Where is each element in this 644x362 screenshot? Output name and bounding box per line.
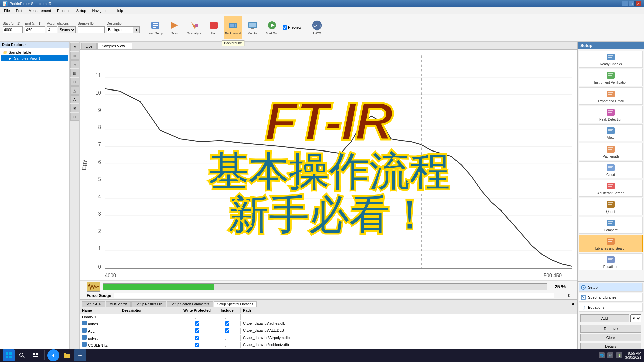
setup-item-equations[interactable]: Equations bbox=[579, 253, 643, 270]
menu-item-process[interactable]: Process bbox=[54, 8, 73, 13]
setup-item-quant[interactable]: Quant bbox=[579, 198, 643, 215]
center-area: Live Samples View 1 11 10 9 8 7 6 bbox=[80, 42, 577, 353]
tab-live[interactable]: Live bbox=[81, 43, 97, 49]
uatr-button[interactable]: UATR UATR bbox=[308, 16, 326, 39]
close-button[interactable]: ✕ bbox=[635, 1, 641, 6]
start-button[interactable] bbox=[3, 349, 15, 361]
lib-inc-2[interactable] bbox=[214, 328, 241, 334]
setup-item-view[interactable]: View bbox=[579, 124, 643, 141]
left-icon-5[interactable]: ⊟ bbox=[70, 78, 79, 86]
setup-bottom-setup[interactable]: Setup bbox=[579, 283, 643, 292]
setup-bottom-equations[interactable]: =∫ Equations bbox=[579, 303, 643, 312]
menu-item-edit[interactable]: Edit bbox=[13, 8, 25, 13]
lib-wp-cb-2[interactable] bbox=[195, 328, 199, 333]
left-icon-6[interactable]: △ bbox=[70, 86, 79, 95]
setup-item-adulterant-screen[interactable]: Adulterant Screen bbox=[579, 180, 643, 197]
lib-inc-cb-4[interactable] bbox=[225, 343, 229, 347]
menu-item-help[interactable]: Help bbox=[113, 8, 126, 13]
library-row-0[interactable]: Library 1 bbox=[80, 314, 577, 320]
setup-item-libraries-and-search[interactable]: Libraries and Search bbox=[579, 235, 643, 252]
de-sample-table[interactable]: 📁 Sample Table bbox=[1, 49, 68, 55]
end-input[interactable] bbox=[25, 26, 45, 33]
add-button[interactable]: Add bbox=[580, 314, 629, 322]
clear-button[interactable]: Clear bbox=[580, 334, 641, 341]
lib-inc-3[interactable] bbox=[214, 335, 241, 341]
lib-wp-cb-0[interactable] bbox=[195, 315, 199, 319]
left-icon-4[interactable]: ▦ bbox=[70, 69, 79, 77]
tab-setup-atr[interactable]: Setup ATR bbox=[82, 301, 105, 307]
tab-setup-search-parameters[interactable]: Setup Search Parameters bbox=[167, 301, 213, 307]
setup-item-ready-checks[interactable]: Ready Checks bbox=[579, 51, 643, 68]
lib-wp-1[interactable] bbox=[180, 321, 214, 326]
add-dropdown[interactable]: ▼ bbox=[630, 314, 641, 322]
setup-item-instrument-verification[interactable]: Instrument Verification bbox=[579, 69, 643, 86]
lib-inc-cb-2[interactable] bbox=[225, 328, 229, 333]
left-icon-3[interactable]: ∿ bbox=[70, 60, 79, 68]
lib-wp-cb-1[interactable] bbox=[195, 321, 199, 326]
tab-multisearch[interactable]: MultiSearch bbox=[106, 301, 131, 307]
background-input[interactable] bbox=[107, 26, 133, 33]
left-icon-1[interactable]: ≋ bbox=[70, 43, 79, 51]
lib-wp-3[interactable] bbox=[180, 335, 214, 341]
setup-item-export-and-email[interactable]: Export and Email bbox=[579, 87, 643, 105]
library-row-2[interactable]: ALL C:\pel_data\libs\ALL.DLB bbox=[80, 327, 577, 334]
preview-checkbox[interactable] bbox=[283, 25, 287, 30]
start-input[interactable] bbox=[3, 26, 23, 33]
edge-button[interactable]: e bbox=[47, 349, 59, 361]
setup-bottom-spectral[interactable]: Spectral Libraries bbox=[579, 293, 643, 302]
library-row-4[interactable]: COBLENTZ C:\pel_data\libs\coblentz.dlb bbox=[80, 341, 577, 348]
minimize-button[interactable]: ─ bbox=[622, 1, 628, 6]
search-taskbar-button[interactable] bbox=[16, 349, 28, 361]
lib-inc-cb-3[interactable] bbox=[225, 336, 229, 340]
library-row-1[interactable]: adhes C:\pel_data\libs\adhes.dlb bbox=[80, 320, 577, 327]
setup-item-compare[interactable]: Compare bbox=[579, 217, 643, 234]
left-icon-9[interactable]: ⊡ bbox=[70, 113, 79, 121]
accumulations-input[interactable] bbox=[47, 26, 57, 33]
left-icon-8[interactable]: ⊠ bbox=[70, 104, 79, 112]
perkinelmer-taskbar[interactable]: PE bbox=[74, 349, 86, 361]
remove-button[interactable]: Remove bbox=[580, 325, 641, 333]
de-samples-view[interactable]: ▶ Samples View 1 bbox=[1, 55, 68, 61]
tray-volume-icon[interactable]: 🔊 bbox=[607, 352, 613, 358]
scanalyze-button[interactable]: Scanalyze bbox=[185, 16, 203, 39]
tab-samples-view[interactable]: Samples View 1 bbox=[97, 43, 132, 49]
left-icon-2[interactable]: ⊞ bbox=[70, 52, 79, 60]
tab-setup-spectral-libraries[interactable]: Setup Spectral Libraries bbox=[214, 301, 257, 307]
left-icon-7[interactable]: A bbox=[70, 95, 79, 103]
scan-button[interactable]: Scan bbox=[166, 16, 183, 39]
lib-wp-2[interactable] bbox=[180, 328, 214, 334]
halt-button[interactable]: Halt bbox=[205, 16, 222, 39]
lib-wp-0[interactable] bbox=[180, 314, 214, 320]
task-view-button[interactable] bbox=[30, 349, 42, 361]
lib-inc-1[interactable] bbox=[214, 321, 241, 326]
start-run-button[interactable]: Start Run bbox=[263, 16, 281, 39]
monitor-button[interactable]: Monitor bbox=[244, 16, 261, 39]
lib-wp-4[interactable] bbox=[180, 342, 214, 348]
lib-inc-4[interactable] bbox=[214, 342, 241, 348]
scans-select[interactable]: Scans bbox=[58, 26, 76, 33]
library-row-3[interactable]: polystr C:\pel_data\libs\Atrpolym.dlb bbox=[80, 334, 577, 341]
menu-item-file[interactable]: File bbox=[1, 8, 13, 13]
bottom-panel-expand[interactable]: ▲ bbox=[570, 301, 576, 307]
lib-inc-cb-0[interactable] bbox=[225, 315, 229, 319]
background-arrow[interactable]: ▼ bbox=[133, 26, 140, 33]
menu-item-setup[interactable]: Setup bbox=[74, 8, 89, 13]
background-button[interactable]: Background Background bbox=[224, 16, 242, 39]
menu-item-navigation[interactable]: Navigation bbox=[89, 8, 112, 13]
file-explorer-button[interactable] bbox=[61, 349, 73, 361]
load-setup-button[interactable]: Load Setup bbox=[147, 16, 164, 39]
menu-item-measurement[interactable]: Measurement bbox=[26, 8, 54, 13]
setup-item-pathlength[interactable]: Pathlength bbox=[579, 143, 643, 160]
lib-wp-cb-3[interactable] bbox=[195, 336, 199, 340]
tray-network-icon[interactable]: 🌐 bbox=[599, 352, 605, 358]
setup-item-cloud[interactable]: Cloud bbox=[579, 161, 643, 178]
sample-id-input[interactable] bbox=[78, 26, 105, 33]
sample-id-group: Sample ID bbox=[78, 22, 105, 33]
lib-inc-0[interactable] bbox=[214, 314, 241, 320]
tab-setup-results-file[interactable]: Setup Results File bbox=[131, 301, 166, 307]
titlebar-controls[interactable]: ─ □ ✕ bbox=[622, 1, 641, 6]
maximize-button[interactable]: □ bbox=[629, 1, 635, 6]
lib-inc-cb-1[interactable] bbox=[225, 321, 229, 326]
setup-item-peak-detection[interactable]: Peak Detection bbox=[579, 106, 643, 123]
lib-wp-cb-4[interactable] bbox=[195, 343, 199, 347]
